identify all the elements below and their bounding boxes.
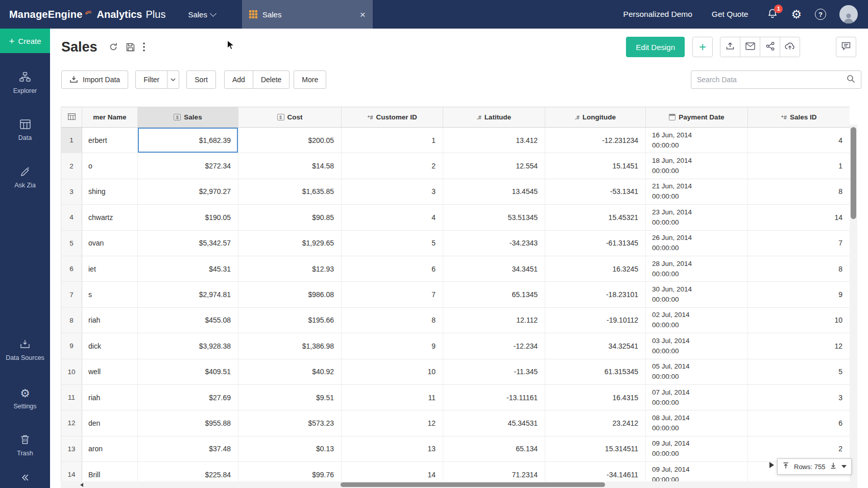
cell-sales_id[interactable]: 4 xyxy=(748,128,850,153)
cell-customer_id[interactable]: 8 xyxy=(342,308,443,333)
edit-design-button[interactable]: Edit Design xyxy=(626,37,685,57)
refresh-button[interactable] xyxy=(109,42,118,52)
cell-sales[interactable]: $2,974.81 xyxy=(138,282,238,307)
cell-sales[interactable]: $2,970.27 xyxy=(138,179,238,204)
personalized-demo-link[interactable]: Personalized Demo xyxy=(623,10,692,19)
row-number[interactable]: 13 xyxy=(61,436,82,461)
cell-payment_date[interactable]: 08 Jul, 201400:00:00 xyxy=(646,410,748,435)
sidebar-item-ask-zia[interactable]: Ask Zia xyxy=(0,166,50,189)
cell-sales_id[interactable]: 9 xyxy=(748,282,850,307)
cell-latitude[interactable]: 71.2314 xyxy=(443,462,545,481)
sidebar-item-trash[interactable]: Trash xyxy=(0,434,50,457)
cell-cost[interactable]: $14.58 xyxy=(238,153,342,178)
cell-cost[interactable]: $1,929.65 xyxy=(238,231,342,256)
cell-longitude[interactable]: 16.3245 xyxy=(545,256,646,281)
column-header-latitude[interactable]: Latitude xyxy=(443,107,545,128)
rows-dropdown-icon[interactable] xyxy=(841,465,847,468)
cell-latitude[interactable]: 65.1345 xyxy=(443,282,545,307)
cell-payment_date[interactable]: 30 Jun, 201400:00:00 xyxy=(646,282,748,307)
cell-sales[interactable]: $45.31 xyxy=(138,256,238,281)
cell-customer_id[interactable]: 11 xyxy=(342,385,443,410)
scroll-to-top-icon[interactable] xyxy=(782,462,789,471)
cell-sales_id[interactable]: 3 xyxy=(748,385,850,410)
notifications-button[interactable]: 1 xyxy=(767,8,778,21)
cell-sales_id[interactable]: 5 xyxy=(748,359,850,384)
cell-sales[interactable]: $955.88 xyxy=(138,410,238,435)
cell-payment_date[interactable]: 23 Jun, 201400:00:00 xyxy=(646,205,748,230)
scroll-left-icon[interactable] xyxy=(80,483,83,487)
row-number[interactable]: 7 xyxy=(61,282,82,307)
cell-cost[interactable]: $986.08 xyxy=(238,282,342,307)
cell-latitude[interactable]: -34.2343 xyxy=(443,231,545,256)
cell-longitude[interactable]: 61.315345 xyxy=(545,359,646,384)
row-number[interactable]: 3 xyxy=(61,179,82,204)
cell-payment_date[interactable]: 16 Jun, 201400:00:00 xyxy=(646,128,748,153)
cell-latitude[interactable]: 34.3451 xyxy=(443,256,545,281)
cell-customer_id[interactable]: 12 xyxy=(342,410,443,435)
column-header-sales_id[interactable]: Sales ID xyxy=(748,107,850,128)
sidebar-item-data-sources[interactable]: Data Sources xyxy=(0,339,50,362)
row-number[interactable]: 1 xyxy=(61,128,82,153)
column-header-longitude[interactable]: Longitude xyxy=(545,107,646,128)
cell-customer_id[interactable]: 10 xyxy=(342,359,443,384)
help-icon[interactable]: ? xyxy=(815,9,826,20)
cell-sales_id[interactable]: 8 xyxy=(748,179,850,204)
cell-cost[interactable]: $99.76 xyxy=(238,462,342,481)
row-number[interactable]: 8 xyxy=(61,308,82,333)
tab-sales[interactable]: Sales × xyxy=(242,0,373,29)
rows-widget-handle-icon[interactable] xyxy=(769,462,774,468)
filter-chevron-icon[interactable] xyxy=(167,70,179,89)
cell-longitude[interactable]: -61.31345 xyxy=(545,231,646,256)
cell-longitude[interactable]: -34.14611 xyxy=(545,462,646,481)
cell-cost[interactable]: $195.66 xyxy=(238,308,342,333)
cell-customer_id[interactable]: 6 xyxy=(342,256,443,281)
cell-latitude[interactable]: -11.345 xyxy=(443,359,545,384)
horizontal-scrollbar[interactable] xyxy=(61,481,857,488)
cell-name[interactable]: well xyxy=(82,359,138,384)
cell-latitude[interactable]: 53.51345 xyxy=(443,205,545,230)
cell-longitude[interactable]: -12.231234 xyxy=(545,128,646,153)
cell-customer_id[interactable]: 3 xyxy=(342,179,443,204)
cell-payment_date[interactable]: 26 Jun, 201400:00:00 xyxy=(646,231,748,256)
cell-longitude[interactable]: -18.23101 xyxy=(545,282,646,307)
save-button[interactable] xyxy=(126,43,135,52)
cell-longitude[interactable]: 15.314511 xyxy=(545,436,646,461)
cell-sales_id[interactable]: 8 xyxy=(748,256,850,281)
sort-button[interactable]: Sort xyxy=(186,70,216,89)
cell-customer_id[interactable]: 9 xyxy=(342,333,443,358)
cell-sales_id[interactable]: 1 xyxy=(748,153,850,178)
cell-customer_id[interactable]: 2 xyxy=(342,153,443,178)
row-number[interactable]: 14 xyxy=(61,462,82,481)
cell-longitude[interactable]: 15.45321 xyxy=(545,205,646,230)
import-data-button[interactable]: Import Data xyxy=(61,70,128,89)
column-header-cost[interactable]: Cost xyxy=(238,107,342,128)
cell-payment_date[interactable]: 05 Jul, 201400:00:00 xyxy=(646,359,748,384)
delete-button[interactable]: Delete xyxy=(253,70,290,89)
cell-name[interactable]: ovan xyxy=(82,231,138,256)
row-number[interactable]: 9 xyxy=(61,333,82,358)
filter-button[interactable]: Filter xyxy=(135,70,167,89)
cell-cost[interactable]: $573.23 xyxy=(238,410,342,435)
sidebar-item-data[interactable]: Data xyxy=(0,119,50,142)
sidebar-item-explorer[interactable]: Explorer xyxy=(0,72,50,95)
cell-sales_id[interactable]: 7 xyxy=(748,231,850,256)
scroll-to-bottom-icon[interactable] xyxy=(830,462,837,471)
cell-cost[interactable]: $9.51 xyxy=(238,385,342,410)
vertical-scrollbar-thumb[interactable] xyxy=(851,127,856,219)
cell-sales_id[interactable]: 12 xyxy=(748,333,850,358)
cell-longitude[interactable]: -19.10112 xyxy=(545,308,646,333)
cell-payment_date[interactable]: 21 Jun, 201400:00:00 xyxy=(646,179,748,204)
cell-cost[interactable]: $12.93 xyxy=(238,256,342,281)
column-header-customer_id[interactable]: Customer ID xyxy=(342,107,443,128)
cell-longitude[interactable]: 23.2412 xyxy=(545,410,646,435)
cell-name[interactable]: dick xyxy=(82,333,138,358)
cell-name[interactable]: Brill xyxy=(82,462,138,481)
row-number[interactable]: 12 xyxy=(61,410,82,435)
collapse-sidebar-button[interactable] xyxy=(0,474,50,483)
horizontal-scrollbar-thumb[interactable] xyxy=(341,482,605,487)
row-number[interactable]: 11 xyxy=(61,385,82,410)
kebab-menu-icon[interactable] xyxy=(143,42,145,52)
workspace-switcher[interactable]: Sales xyxy=(188,10,215,19)
more-button[interactable]: More xyxy=(294,70,326,89)
cell-payment_date[interactable]: 28 Jun, 201400:00:00 xyxy=(646,256,748,281)
